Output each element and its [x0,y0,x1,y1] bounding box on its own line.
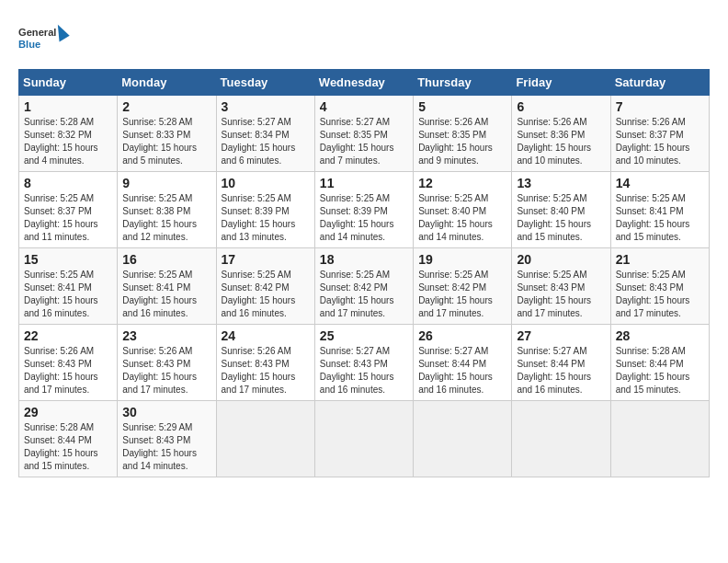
day-number: 25 [320,328,408,343]
day-number: 20 [517,252,605,267]
day-info: Sunrise: 5:25 AMSunset: 8:41 PMDaylight:… [24,269,112,320]
day-info: Sunrise: 5:28 AMSunset: 8:44 PMDaylight:… [24,421,112,473]
calendar-week-row: 29Sunrise: 5:28 AMSunset: 8:44 PMDayligh… [19,401,710,477]
day-info: Sunrise: 5:27 AMSunset: 8:34 PMDaylight:… [222,116,310,167]
calendar-cell: 11Sunrise: 5:25 AMSunset: 8:39 PMDayligh… [314,172,413,248]
column-header-wednesday: Wednesday [314,70,413,96]
calendar-week-row: 8Sunrise: 5:25 AMSunset: 8:37 PMDaylight… [19,172,710,248]
day-number: 29 [24,405,112,419]
calendar-cell: 26Sunrise: 5:27 AMSunset: 8:44 PMDayligh… [414,325,512,401]
calendar-cell: 14Sunrise: 5:25 AMSunset: 8:41 PMDayligh… [610,172,709,248]
day-number: 12 [418,176,506,190]
day-info: Sunrise: 5:28 AMSunset: 8:44 PMDaylight:… [616,345,704,396]
calendar-cell: 6Sunrise: 5:26 AMSunset: 8:36 PMDaylight… [512,96,610,172]
day-info: Sunrise: 5:25 AMSunset: 8:42 PMDaylight:… [418,269,506,320]
day-info: Sunrise: 5:26 AMSunset: 8:43 PMDaylight:… [222,345,310,396]
day-number: 10 [222,176,310,190]
calendar-cell: 5Sunrise: 5:26 AMSunset: 8:35 PMDaylight… [414,96,512,172]
calendar-cell: 28Sunrise: 5:28 AMSunset: 8:44 PMDayligh… [610,325,709,401]
day-number: 15 [24,252,112,267]
day-info: Sunrise: 5:27 AMSunset: 8:44 PMDaylight:… [517,345,605,396]
day-info: Sunrise: 5:25 AMSunset: 8:39 PMDaylight:… [222,192,310,244]
day-info: Sunrise: 5:26 AMSunset: 8:43 PMDaylight:… [122,345,210,396]
calendar-cell [610,401,709,477]
calendar-cell: 10Sunrise: 5:25 AMSunset: 8:39 PMDayligh… [216,172,314,248]
day-number: 2 [122,99,210,114]
day-info: Sunrise: 5:25 AMSunset: 8:41 PMDaylight:… [122,269,210,320]
calendar-cell: 2Sunrise: 5:28 AMSunset: 8:33 PMDaylight… [118,96,216,172]
calendar-cell: 25Sunrise: 5:27 AMSunset: 8:43 PMDayligh… [314,325,413,401]
day-number: 9 [122,176,210,190]
logo-icon: General Blue [18,18,74,60]
calendar-cell: 23Sunrise: 5:26 AMSunset: 8:43 PMDayligh… [118,325,216,401]
day-info: Sunrise: 5:25 AMSunset: 8:42 PMDaylight:… [222,269,310,320]
calendar-cell: 7Sunrise: 5:26 AMSunset: 8:37 PMDaylight… [610,96,709,172]
svg-text:Blue: Blue [18,39,40,50]
day-info: Sunrise: 5:25 AMSunset: 8:43 PMDaylight:… [616,269,704,320]
day-info: Sunrise: 5:25 AMSunset: 8:42 PMDaylight:… [320,269,408,320]
calendar-table: SundayMondayTuesdayWednesdayThursdayFrid… [18,69,710,477]
day-number: 21 [616,252,704,267]
column-header-friday: Friday [512,70,610,96]
day-number: 7 [616,99,704,114]
calendar-cell: 27Sunrise: 5:27 AMSunset: 8:44 PMDayligh… [512,325,610,401]
column-header-tuesday: Tuesday [216,70,314,96]
day-info: Sunrise: 5:25 AMSunset: 8:43 PMDaylight:… [517,269,605,320]
calendar-cell: 9Sunrise: 5:25 AMSunset: 8:38 PMDaylight… [118,172,216,248]
day-number: 28 [616,328,704,343]
day-number: 27 [517,328,605,343]
calendar-cell: 29Sunrise: 5:28 AMSunset: 8:44 PMDayligh… [19,401,118,477]
day-number: 4 [320,99,408,114]
calendar-cell: 30Sunrise: 5:29 AMSunset: 8:43 PMDayligh… [118,401,216,477]
day-number: 11 [320,176,408,190]
day-info: Sunrise: 5:27 AMSunset: 8:44 PMDaylight:… [418,345,506,396]
day-info: Sunrise: 5:27 AMSunset: 8:35 PMDaylight:… [320,116,408,167]
calendar-week-row: 15Sunrise: 5:25 AMSunset: 8:41 PMDayligh… [19,248,710,325]
day-info: Sunrise: 5:25 AMSunset: 8:40 PMDaylight:… [418,192,506,244]
calendar-cell: 8Sunrise: 5:25 AMSunset: 8:37 PMDaylight… [19,172,118,248]
day-info: Sunrise: 5:25 AMSunset: 8:41 PMDaylight:… [616,192,704,244]
day-number: 22 [24,328,112,343]
day-info: Sunrise: 5:25 AMSunset: 8:37 PMDaylight:… [24,192,112,244]
calendar-cell: 3Sunrise: 5:27 AMSunset: 8:34 PMDaylight… [216,96,314,172]
day-number: 26 [418,328,506,343]
day-number: 5 [418,99,506,114]
header-row: SundayMondayTuesdayWednesdayThursdayFrid… [19,70,710,96]
day-number: 14 [616,176,704,190]
calendar-week-row: 22Sunrise: 5:26 AMSunset: 8:43 PMDayligh… [19,325,710,401]
day-info: Sunrise: 5:26 AMSunset: 8:36 PMDaylight:… [517,116,605,167]
calendar-cell: 13Sunrise: 5:25 AMSunset: 8:40 PMDayligh… [512,172,610,248]
calendar-cell [512,401,610,477]
day-info: Sunrise: 5:29 AMSunset: 8:43 PMDaylight:… [122,421,210,473]
calendar-cell: 19Sunrise: 5:25 AMSunset: 8:42 PMDayligh… [414,248,512,325]
calendar-cell: 16Sunrise: 5:25 AMSunset: 8:41 PMDayligh… [118,248,216,325]
day-number: 19 [418,252,506,267]
day-number: 16 [122,252,210,267]
day-number: 18 [320,252,408,267]
column-header-monday: Monday [118,70,216,96]
page-header: General Blue [18,18,710,60]
calendar-cell: 22Sunrise: 5:26 AMSunset: 8:43 PMDayligh… [19,325,118,401]
day-number: 3 [222,99,310,114]
day-number: 6 [517,99,605,114]
calendar-week-row: 1Sunrise: 5:28 AMSunset: 8:32 PMDaylight… [19,96,710,172]
svg-text:General: General [18,27,56,38]
calendar-cell: 12Sunrise: 5:25 AMSunset: 8:40 PMDayligh… [414,172,512,248]
day-info: Sunrise: 5:28 AMSunset: 8:33 PMDaylight:… [122,116,210,167]
day-info: Sunrise: 5:25 AMSunset: 8:39 PMDaylight:… [320,192,408,244]
logo: General Blue [18,18,74,60]
day-number: 13 [517,176,605,190]
calendar-cell [216,401,314,477]
column-header-sunday: Sunday [19,70,118,96]
day-number: 24 [222,328,310,343]
day-number: 1 [24,99,112,114]
calendar-cell: 17Sunrise: 5:25 AMSunset: 8:42 PMDayligh… [216,248,314,325]
calendar-cell: 1Sunrise: 5:28 AMSunset: 8:32 PMDaylight… [19,96,118,172]
calendar-cell [414,401,512,477]
calendar-cell: 4Sunrise: 5:27 AMSunset: 8:35 PMDaylight… [314,96,413,172]
day-number: 8 [24,176,112,190]
day-info: Sunrise: 5:26 AMSunset: 8:37 PMDaylight:… [616,116,704,167]
day-number: 17 [222,252,310,267]
day-info: Sunrise: 5:25 AMSunset: 8:40 PMDaylight:… [517,192,605,244]
calendar-cell: 24Sunrise: 5:26 AMSunset: 8:43 PMDayligh… [216,325,314,401]
